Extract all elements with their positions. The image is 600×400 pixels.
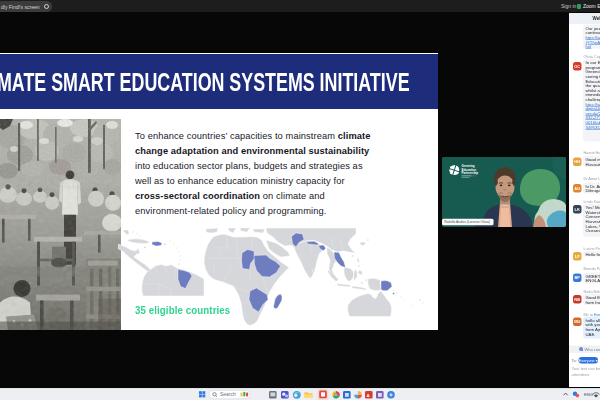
svg-text:Partnership: Partnership bbox=[462, 171, 479, 175]
svg-text:ENG: ENG bbox=[584, 392, 593, 397]
svg-text:Search: Search bbox=[220, 391, 236, 397]
svg-text:Rodolfo Andres (Lorenzo Olova): Rodolfo Andres (Lorenzo Olova) bbox=[444, 220, 490, 224]
